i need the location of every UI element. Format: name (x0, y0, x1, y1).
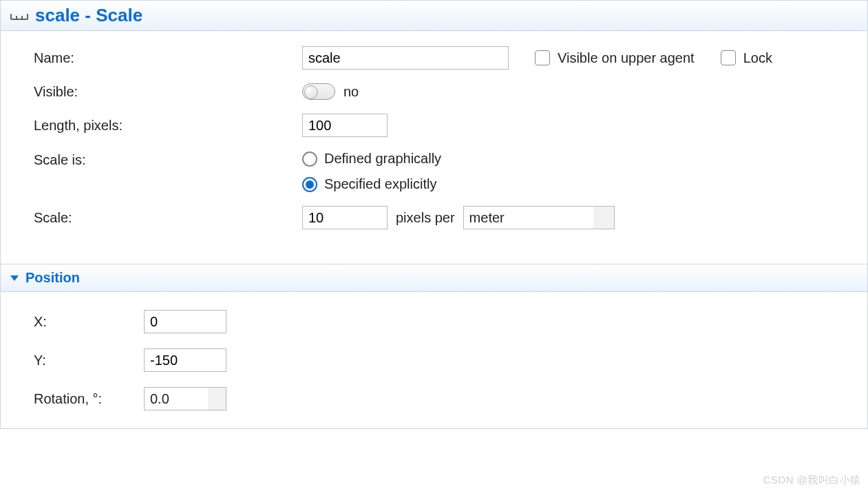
visible-upper-label: Visible on upper agent (558, 50, 695, 66)
lock-checkbox[interactable]: Lock (718, 48, 772, 67)
unit-select[interactable]: meter (463, 206, 615, 229)
visible-value: no (343, 84, 359, 100)
radio-icon (302, 177, 317, 192)
scaleis-label: Scale is: (34, 151, 302, 168)
radio-label-2: Specified explicitly (324, 176, 436, 192)
radio-defined-graphically[interactable]: Defined graphically (302, 151, 441, 167)
position-section-header[interactable]: Position (1, 264, 867, 292)
position-section: X: Y: Rotation, °: 0.0 (1, 292, 867, 428)
x-input[interactable] (144, 310, 226, 333)
scale-label: Scale: (34, 210, 302, 226)
main-form: Name: Visible on upper agent Lock Visibl… (1, 31, 867, 264)
page-title: scale - Scale (35, 5, 142, 26)
name-input[interactable] (302, 46, 509, 70)
pixels-per-label: pixels per (396, 210, 455, 226)
position-title: Position (25, 270, 80, 286)
y-label: Y: (34, 353, 144, 368)
visible-upper-box[interactable] (535, 50, 550, 65)
unit-value: meter (469, 210, 505, 226)
x-label: X: (34, 314, 144, 330)
radio-specified-explicitly[interactable]: Specified explicitly (302, 176, 441, 192)
radio-label-1: Defined graphically (324, 151, 441, 167)
title-bar: scale - Scale (1, 0, 867, 31)
rotation-input[interactable]: 0.0 (144, 387, 226, 410)
length-input[interactable] (302, 114, 388, 137)
y-input[interactable] (144, 348, 226, 372)
rotation-label: Rotation, °: (34, 391, 144, 407)
scale-icon (10, 11, 28, 21)
radio-icon (302, 152, 317, 167)
lock-label: Lock (743, 50, 772, 66)
lock-box[interactable] (721, 50, 736, 65)
length-label: Length, pixels: (34, 118, 302, 134)
chevron-down-icon (10, 275, 19, 281)
scale-input[interactable] (302, 206, 388, 229)
visible-upper-checkbox[interactable]: Visible on upper agent (532, 48, 695, 67)
visible-toggle[interactable] (302, 83, 335, 100)
visible-label: Visible: (34, 84, 302, 100)
rotation-value: 0.0 (145, 391, 169, 407)
properties-panel: scale - Scale Name: Visible on upper age… (0, 0, 868, 429)
name-label: Name: (34, 50, 302, 66)
